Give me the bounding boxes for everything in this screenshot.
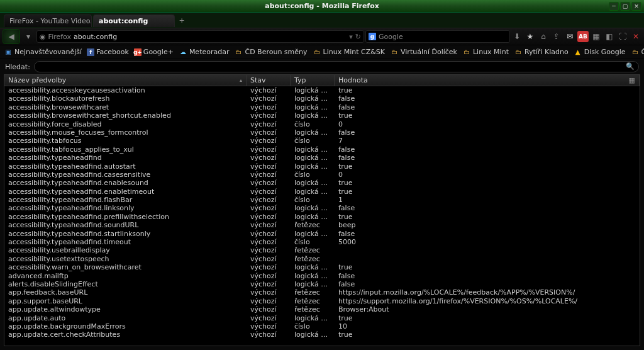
table-row[interactable]: accessibility.typeaheadfindvýchozílogick…: [4, 154, 640, 162]
pref-value: true: [335, 314, 640, 322]
pref-value: true: [335, 263, 640, 271]
folder-icon: ▣: [4, 48, 13, 57]
table-row[interactable]: accessibility.usetexttospeechvýchozířetě…: [4, 255, 640, 263]
home-icon[interactable]: ⌂: [538, 31, 549, 42]
search-bar[interactable]: g Google: [365, 30, 510, 43]
pref-type: řetězec: [291, 305, 335, 313]
bookmark-item[interactable]: ☁Meteoradar: [179, 48, 230, 57]
minimize-button[interactable]: ─: [609, 2, 619, 11]
pref-status: výchozí: [247, 330, 291, 339]
pref-name: accessibility.typeaheadfind.casesensitiv…: [4, 171, 247, 179]
fullscreen-icon[interactable]: ⛶: [617, 31, 628, 42]
downloads-icon[interactable]: ⬇: [511, 31, 523, 42]
mail-icon[interactable]: ✉: [564, 31, 575, 42]
preference-search-input[interactable]: 🔍: [34, 61, 639, 72]
column-header-status[interactable]: Stav: [247, 75, 291, 86]
column-header-value[interactable]: Hodnota ▦: [335, 75, 640, 86]
table-row[interactable]: accessibility.typeaheadfind.casesensitiv…: [4, 171, 640, 179]
sort-indicator-icon: ▴: [240, 77, 242, 83]
pref-type: logická hod…: [291, 204, 335, 212]
bookmark-label: Disk Google: [584, 48, 626, 56]
bookmark-item[interactable]: g+Google+: [134, 48, 174, 56]
pref-name: advanced.mailftp: [4, 272, 247, 280]
pref-name: accessibility.browsewithcaret: [4, 103, 247, 111]
bookmark-item[interactable]: 🗀ČD Beroun směny: [234, 48, 307, 57]
table-row[interactable]: advanced.mailftpvýchozílogická hod…false: [4, 272, 640, 280]
browser-tab[interactable]: about:config: [93, 14, 175, 27]
tool-icon-2[interactable]: ◧: [604, 31, 615, 42]
pref-status: výchozí: [247, 137, 291, 145]
pref-status: výchozí: [247, 263, 291, 271]
table-row[interactable]: accessibility.tabfocus_applies_to_xulvýc…: [4, 145, 640, 154]
share-icon[interactable]: ⇪: [551, 31, 562, 42]
pref-name: accessibility.usetexttospeech: [4, 255, 247, 263]
reload-icon[interactable]: ↻: [355, 33, 361, 41]
bookmark-item[interactable]: fFacebook: [87, 48, 129, 56]
url-bar[interactable]: ◉ Firefox about:config ▾ ↻: [36, 30, 364, 43]
column-picker-icon[interactable]: ▦: [629, 76, 635, 84]
close-icon[interactable]: ✕: [630, 31, 641, 42]
pref-value: https://support.mozilla.org/1/firefox/%V…: [335, 297, 640, 305]
pref-status: výchozí: [247, 213, 291, 221]
pref-name: accessibility.usebrailledisplay: [4, 246, 247, 254]
table-row[interactable]: app.update.autovýchozílogická hod…true: [4, 314, 640, 322]
table-row[interactable]: accessibility.typeaheadfind.enabletimeou…: [4, 188, 640, 196]
adblock-icon[interactable]: AB: [577, 31, 589, 42]
table-row[interactable]: accessibility.typeaheadfind.soundURLvých…: [4, 221, 640, 229]
pref-value: false: [335, 103, 640, 111]
forward-button[interactable]: ▾: [21, 30, 35, 43]
bookmark-item[interactable]: 🗀Linux Mint: [462, 48, 509, 57]
folder-icon: 🗀: [234, 48, 243, 57]
table-row[interactable]: accessibility.typeaheadfind.prefillwiths…: [4, 213, 640, 221]
new-tab-button[interactable]: +: [176, 15, 187, 26]
table-row[interactable]: app.update.cert.checkAttributesvýchozílo…: [4, 330, 640, 339]
table-row[interactable]: app.update.backgroundMaxErrorsvýchozíčís…: [4, 322, 640, 330]
table-row[interactable]: accessibility.typeaheadfind.linksonlyvýc…: [4, 204, 640, 212]
column-header-type[interactable]: Typ: [291, 75, 335, 86]
maximize-button[interactable]: ▢: [620, 2, 630, 11]
table-row[interactable]: accessibility.usebrailledisplayvýchozíře…: [4, 246, 640, 254]
pref-type: logická hod…: [291, 230, 335, 238]
browser-tab[interactable]: FireFox - YouTube Video...: [4, 14, 92, 27]
bookmark-label: Linux Mint: [473, 48, 509, 56]
bookmark-item[interactable]: ▣Nejnavštěvovanější: [4, 48, 82, 57]
tool-icon-1[interactable]: ▦: [591, 31, 602, 42]
back-button[interactable]: ◀: [3, 29, 20, 44]
table-row[interactable]: accessibility.browsewithcaretvýchozílogi…: [4, 103, 640, 111]
table-row[interactable]: accessibility.typeaheadfind.timeoutvýcho…: [4, 238, 640, 246]
pref-type: logická hod…: [291, 280, 335, 288]
table-row[interactable]: accessibility.accesskeycausesactivationv…: [4, 86, 640, 94]
table-row[interactable]: app.update.altwindowtypevýchozířetězecBr…: [4, 305, 640, 313]
pref-value: true: [335, 179, 640, 187]
table-row[interactable]: app.feedback.baseURLvýchozířetězechttps:…: [4, 288, 640, 296]
bookmark-item[interactable]: 🗀ČD Beroun směny: [631, 48, 644, 57]
bookmark-item[interactable]: 🗀Virtuální Ďolíček: [390, 48, 457, 57]
table-row[interactable]: app.support.baseURLvýchozířetězechttps:/…: [4, 297, 640, 305]
pref-value: false: [335, 230, 640, 238]
table-row[interactable]: accessibility.typeaheadfind.enablesoundv…: [4, 179, 640, 187]
close-button[interactable]: ✕: [631, 2, 641, 11]
column-header-name[interactable]: Název předvolby ▴: [4, 75, 247, 86]
table-body[interactable]: accessibility.accesskeycausesactivationv…: [4, 86, 640, 346]
pref-name: accessibility.browsewithcaret_shortcut.e…: [4, 111, 247, 120]
table-row[interactable]: accessibility.blockautorefreshvýchozílog…: [4, 94, 640, 103]
pref-type: logická hod…: [291, 86, 335, 94]
pref-name: accessibility.tabfocus_applies_to_xul: [4, 145, 247, 154]
table-row[interactable]: alerts.disableSlidingEffectvýchozílogick…: [4, 280, 640, 288]
table-row[interactable]: accessibility.typeaheadfind.autostartvýc…: [4, 162, 640, 171]
table-row[interactable]: accessibility.browsewithcaret_shortcut.e…: [4, 111, 640, 120]
bookmark-star-icon[interactable]: ★: [525, 31, 536, 42]
pref-status: výchozí: [247, 128, 291, 137]
pref-type: logická hod…: [291, 145, 335, 154]
table-row[interactable]: accessibility.typeaheadfind.startlinkson…: [4, 230, 640, 238]
table-row[interactable]: accessibility.mouse_focuses_formcontrolv…: [4, 128, 640, 137]
pref-value: false: [335, 272, 640, 280]
table-row[interactable]: accessibility.force_disabledvýchozíčíslo…: [4, 120, 640, 128]
bookmark-item[interactable]: 🗀Linux Mint CZ&SK: [313, 48, 385, 57]
dropdown-icon[interactable]: ▾: [349, 33, 353, 41]
bookmark-item[interactable]: ▲Disk Google: [574, 48, 626, 57]
table-row[interactable]: accessibility.typeaheadfind.flashBarvých…: [4, 196, 640, 204]
table-row[interactable]: accessibility.tabfocusvýchozíčíslo7: [4, 137, 640, 145]
table-row[interactable]: accessibility.warn_on_browsewithcaretvýc…: [4, 263, 640, 271]
bookmark-item[interactable]: 🗀Rytíři Kladno: [514, 48, 569, 57]
